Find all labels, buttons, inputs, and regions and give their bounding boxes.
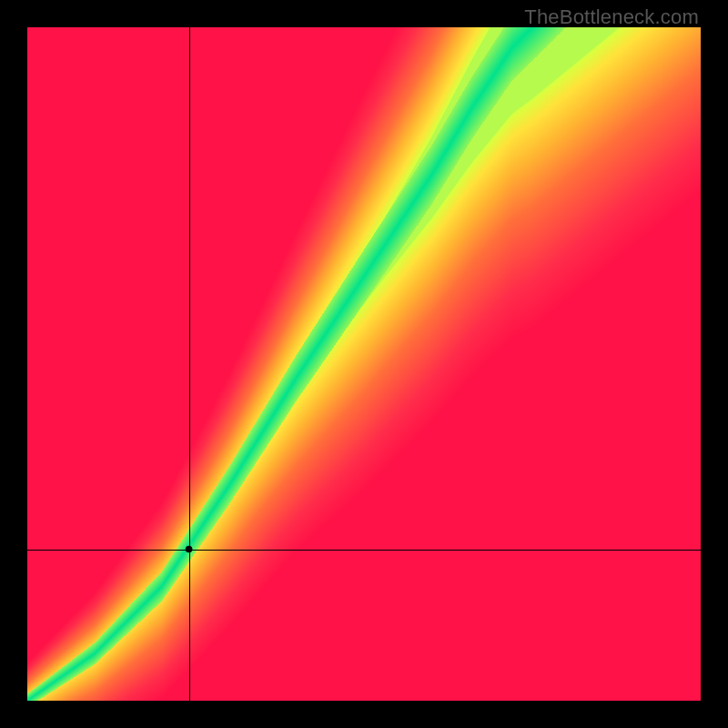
chart-frame: TheBottleneck.com xyxy=(0,0,728,728)
heatmap-canvas xyxy=(27,27,701,701)
watermark-text: TheBottleneck.com xyxy=(524,5,699,29)
